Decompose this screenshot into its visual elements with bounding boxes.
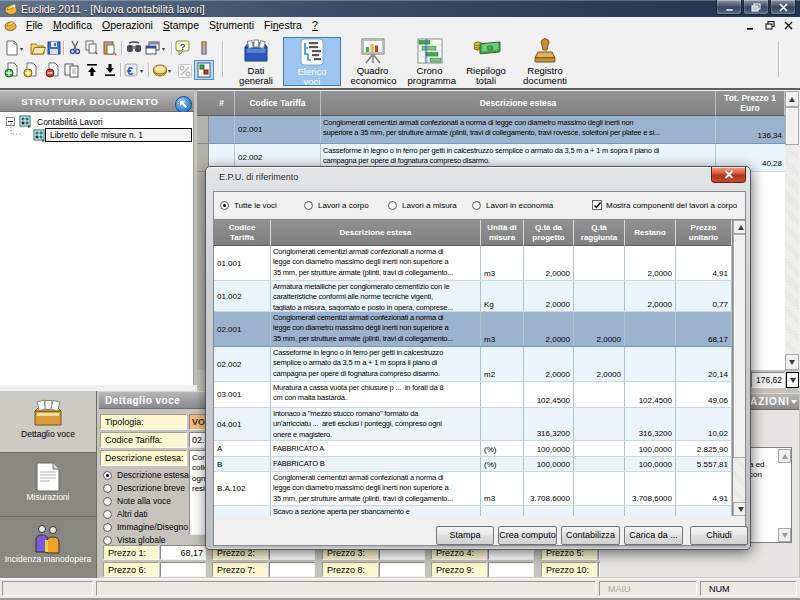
paste-icon[interactable]	[102, 40, 118, 56]
find-icon[interactable]	[126, 40, 142, 56]
grid-row[interactable]: B.A.102Conglomerati cementizi armati con…	[214, 472, 732, 506]
tree-selected-item-box[interactable]: Libretto delle misure n. 1	[45, 128, 192, 142]
cascade-windows-icon[interactable]	[145, 40, 161, 56]
move-bottom-icon[interactable]	[102, 62, 118, 78]
tree-collapse-button[interactable]	[175, 96, 192, 113]
filter-label[interactable]: Lavori a corpo	[318, 201, 369, 210]
menu-stampe[interactable]: Stampe	[158, 17, 204, 33]
mostra-componenti-checkbox[interactable]	[592, 200, 602, 210]
dialog-scrollbar-track[interactable]	[733, 458, 745, 502]
prezzo1-field[interactable]: 68,17	[160, 545, 206, 560]
open-folder-icon[interactable]	[30, 40, 46, 56]
total-dropdown-button[interactable]	[786, 372, 799, 388]
grid-row[interactable]: BFABBRICATO B(%)100,0000100,00005.557,81	[214, 457, 732, 472]
menu-modifica[interactable]: Modifica	[48, 17, 97, 33]
euro-dropdown-icon[interactable]: ▾	[140, 67, 143, 74]
col-prezzo-unitario[interactable]: Prezzo unitario	[676, 220, 732, 246]
filter-label[interactable]: Tutte le voci	[234, 201, 277, 210]
main-scrollbar-thumb[interactable]	[785, 107, 799, 145]
radio-label[interactable]: Altri dati	[117, 509, 148, 519]
prezzo7-field[interactable]	[269, 562, 315, 577]
new-document-dropdown-icon[interactable]: ▾	[20, 45, 23, 52]
save-icon[interactable]	[46, 40, 62, 56]
radio-descrizione-estesa[interactable]	[103, 471, 112, 480]
dialog-close-button[interactable]	[711, 167, 746, 183]
main-scrollbar-down-button[interactable]	[785, 354, 799, 370]
menu-file[interactable]: File	[21, 17, 48, 33]
radio-lavori-a-misura[interactable]	[388, 201, 397, 210]
grid-row[interactable]: 01.001Conglomerati cementizi armati conf…	[214, 246, 732, 281]
checkbox-label[interactable]: Mostra componenti dei lavori a corpo	[606, 201, 737, 210]
cascade-dropdown-icon[interactable]: ▾	[162, 45, 165, 52]
main-col-code[interactable]: Codice Tariffa	[235, 91, 321, 116]
add-document-yellow-icon[interactable]	[23, 62, 39, 78]
grid-row[interactable]: 03.001Muratura a cassa vuota per chiusur…	[214, 382, 732, 408]
statistics-icon[interactable]	[196, 40, 212, 56]
main-col-total[interactable]: Tot. Prezzo 1 Euro	[716, 91, 785, 116]
radio-lavori-a-corpo[interactable]	[304, 201, 313, 210]
radio-label[interactable]: Vista globale	[117, 535, 166, 545]
radio-vista-globale[interactable]	[103, 536, 112, 545]
col-unita[interactable]: Unità di misura	[481, 220, 524, 246]
tree-root-item[interactable]: Contabilità Lavori	[37, 117, 103, 127]
new-document-icon[interactable]	[4, 40, 20, 56]
crono-programma-button[interactable]: Crono programma	[403, 37, 456, 86]
main-col-desc[interactable]: Descrizione estesa	[321, 91, 716, 116]
currency-dropdown-icon[interactable]: ▾	[168, 67, 171, 74]
grid-row[interactable]: 02.002Casseforme in legno o in ferro per…	[214, 347, 732, 382]
radio-tutte-le-voci[interactable]	[220, 201, 229, 210]
prezzo8-field[interactable]	[379, 562, 425, 577]
menu-help[interactable]: ?	[307, 17, 323, 33]
delete-document-icon[interactable]	[45, 62, 61, 78]
radio-lavori-in-economia[interactable]	[472, 201, 481, 210]
radio-note-alla-voce[interactable]	[103, 497, 112, 506]
add-document-green-icon[interactable]	[4, 62, 20, 78]
contabilizza-button[interactable]: Contabilizza	[561, 526, 620, 545]
menu-strumenti[interactable]: Strumenti	[204, 17, 259, 33]
radio-immagine-disegno[interactable]	[103, 523, 112, 532]
move-top-icon[interactable]	[84, 62, 100, 78]
grid-row-selected[interactable]: 02.001Conglomerati cementizi armati conf…	[214, 312, 732, 347]
components-icon[interactable]	[194, 60, 214, 80]
radio-altri-dati[interactable]	[103, 510, 112, 519]
col-qta-progetto[interactable]: Q.tà da progetto	[524, 220, 574, 246]
main-col-num[interactable]: #	[209, 91, 235, 116]
euro-icon[interactable]: €	[124, 62, 140, 78]
mdi-minimize-button[interactable]	[744, 20, 757, 31]
prezzo9-field[interactable]	[488, 562, 534, 577]
chiudi-button[interactable]: Chiudi	[690, 526, 748, 545]
mdi-restore-button[interactable]	[763, 20, 776, 31]
copy-icon[interactable]	[84, 40, 100, 56]
grid-row[interactable]: Scavo a sezione aperta per sbancamento e	[214, 506, 732, 516]
stampa-button[interactable]: Stampa	[436, 526, 494, 545]
copy-pages-icon[interactable]	[63, 62, 79, 78]
dialog-scrollbar-thumb[interactable]	[733, 234, 745, 458]
right-panel-scrollbar-up-button[interactable]	[778, 449, 791, 463]
currency-icon[interactable]	[152, 62, 168, 78]
grid-row[interactable]: 01.002Armatura metalliche per conglomera…	[214, 281, 732, 312]
sidebar-item-dettaglio-voce[interactable]: Dettaglio voce	[0, 391, 96, 453]
radio-label[interactable]: Descrizione breve	[117, 483, 185, 493]
sidebar-item-incidenza-manodopera[interactable]: Incidenza manodopera	[0, 517, 96, 580]
col-qta-raggiunta[interactable]: Q.tà raggiunta	[574, 220, 625, 246]
sidebar-item-misurazioni[interactable]: Misurazioni	[0, 453, 96, 517]
col-descrizione[interactable]: Descrizione estesa	[271, 220, 481, 246]
col-codice-tariffa[interactable]: Codice Tariffa	[214, 220, 271, 246]
restore-button[interactable]	[743, 0, 769, 15]
dialog-scrollbar-down-button[interactable]	[733, 502, 745, 516]
mdi-close-button[interactable]	[782, 20, 795, 31]
filter-label[interactable]: Lavori a misura	[402, 201, 457, 210]
radio-label[interactable]: Descrizione estesa	[117, 470, 189, 480]
main-scrollbar-up-button[interactable]	[785, 91, 799, 107]
help-icon[interactable]: ?	[175, 40, 191, 56]
chevron-down-icon[interactable]	[791, 400, 797, 404]
main-table-row[interactable]: 02.001 Conglomerati cementizi armati con…	[209, 116, 785, 144]
registro-documenti-button[interactable]: Registro documenti	[513, 37, 577, 86]
close-button[interactable]	[770, 0, 796, 15]
grid-row[interactable]: 04.001Intonaco a "mezzo stucco romano" f…	[214, 408, 732, 441]
quadro-economico-button[interactable]: Quadro economico	[345, 37, 400, 86]
radio-label[interactable]: Immagine/Disegno	[117, 522, 188, 532]
dati-generali-button[interactable]: Dati generali	[228, 37, 284, 86]
menu-finestra[interactable]: Finestra	[259, 17, 307, 33]
filter-label[interactable]: Lavori in economia	[486, 201, 553, 210]
